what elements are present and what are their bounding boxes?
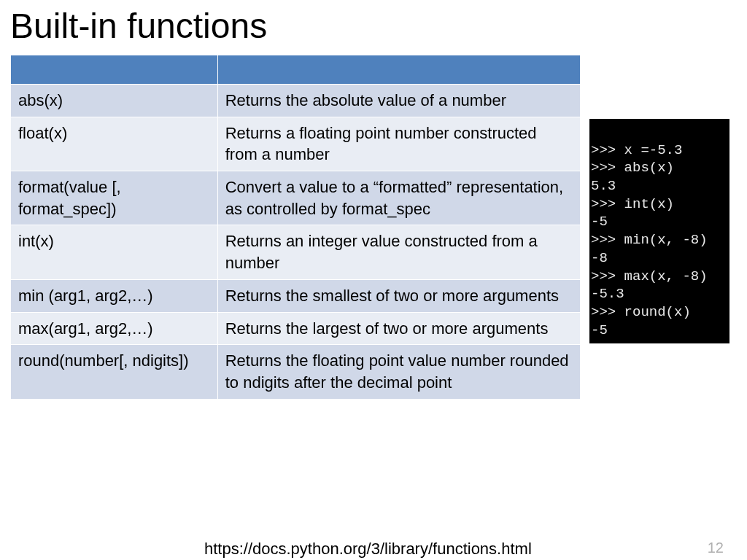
desc-cell: Returns an integer value constructed fro… bbox=[217, 225, 580, 279]
terminal-line: >>> round(x) bbox=[591, 304, 691, 320]
table-header-desc bbox=[217, 55, 580, 85]
desc-cell: Returns a floating point number construc… bbox=[217, 117, 580, 171]
page-number: 12 bbox=[708, 540, 724, 556]
terminal-line: >>> abs(x) bbox=[591, 160, 674, 176]
table-row: float(x) Returns a floating point number… bbox=[11, 117, 581, 171]
terminal-line: -8 bbox=[591, 250, 608, 266]
table-header-fn bbox=[11, 55, 218, 85]
functions-table: abs(x) Returns the absolute value of a n… bbox=[10, 55, 581, 400]
fn-cell: round(number[, ndigits]) bbox=[11, 345, 218, 399]
table-row: min (arg1, arg2,…) Returns the smallest … bbox=[11, 279, 581, 312]
slide-title: Built-in functions bbox=[0, 0, 747, 55]
desc-cell: Returns the absolute value of a number bbox=[217, 85, 580, 117]
terminal-line: >>> max(x, -8) bbox=[591, 268, 708, 284]
table-row: max(arg1, arg2,…) Returns the largest of… bbox=[11, 312, 581, 345]
fn-cell: min (arg1, arg2,…) bbox=[11, 279, 218, 312]
terminal-line: -5.3 bbox=[591, 286, 624, 302]
terminal-line: >>> x =-5.3 bbox=[591, 142, 682, 158]
terminal-line: -5 bbox=[591, 214, 608, 230]
desc-cell: Returns the smallest of two or more argu… bbox=[217, 279, 580, 312]
terminal-line: -5 bbox=[591, 322, 608, 338]
terminal-line: >>> int(x) bbox=[591, 196, 674, 212]
terminal-line: >>> min(x, -8) bbox=[591, 232, 708, 248]
table-row: abs(x) Returns the absolute value of a n… bbox=[11, 85, 581, 117]
footer-link: https://docs.python.org/3/library/functi… bbox=[204, 540, 532, 559]
table-row: format(value [, format_spec]) Convert a … bbox=[11, 171, 581, 225]
desc-cell: Returns the floating point value number … bbox=[217, 345, 580, 399]
terminal-snippet: >>> x =-5.3 >>> abs(x) 5.3 >>> int(x) -5… bbox=[589, 119, 729, 343]
desc-cell: Returns the largest of two or more argum… bbox=[217, 312, 580, 345]
fn-cell: int(x) bbox=[11, 225, 218, 279]
table-row: int(x) Returns an integer value construc… bbox=[11, 225, 581, 279]
fn-cell: format(value [, format_spec]) bbox=[11, 171, 218, 225]
fn-cell: max(arg1, arg2,…) bbox=[11, 312, 218, 345]
table-row: round(number[, ndigits]) Returns the flo… bbox=[11, 345, 581, 399]
fn-cell: float(x) bbox=[11, 117, 218, 171]
terminal-line: 5.3 bbox=[591, 178, 616, 194]
table-header-row bbox=[11, 55, 581, 85]
slide-content: abs(x) Returns the absolute value of a n… bbox=[0, 55, 747, 400]
fn-cell: abs(x) bbox=[11, 85, 218, 117]
desc-cell: Convert a value to a “formatted” represe… bbox=[217, 171, 580, 225]
